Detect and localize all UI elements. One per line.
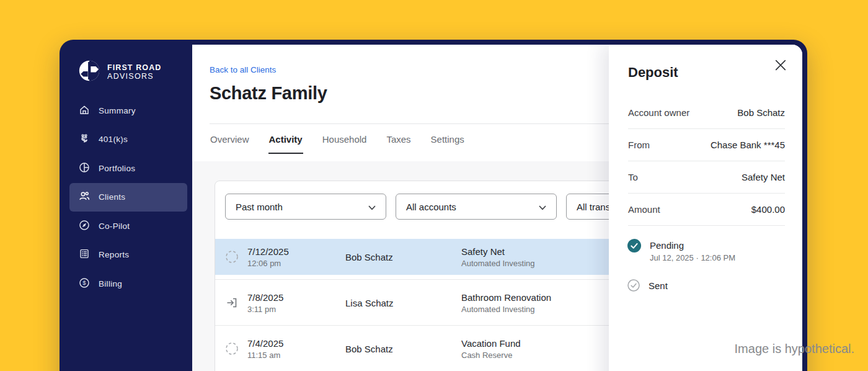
row-fund: Safety Net (461, 246, 535, 257)
row-time: 3:11 pm (247, 304, 283, 313)
check-circle-outline-icon (627, 279, 640, 294)
row-client-name: Bob Schatz (345, 252, 393, 262)
sidebar-item-label: Portfolios (99, 164, 135, 173)
brand-name-line2: ADVISORS (107, 72, 161, 81)
first-road-logo-icon (78, 59, 101, 85)
sidebar-item-reports[interactable]: Reports (69, 241, 187, 270)
svg-text:$: $ (82, 279, 86, 286)
page-title: Schatz Family (210, 83, 327, 104)
tab-settings[interactable]: Settings (430, 124, 465, 154)
field-account-owner: Account owner Bob Schatz (628, 97, 785, 129)
sidebar-item-label: Billing (99, 279, 122, 288)
row-fund: Bathroom Renovation (461, 292, 551, 302)
sidebar-nav: Summary 401(k)s (69, 96, 187, 298)
row-fund: Vacation Fund (461, 337, 521, 348)
close-icon[interactable] (775, 60, 786, 71)
field-value: Safety Net (742, 172, 785, 182)
row-date: 7/12/2025 (247, 246, 289, 257)
sidebar-item-summary[interactable]: Summary (69, 96, 187, 125)
date-range-filter[interactable]: Past month (225, 194, 386, 220)
pending-circle-icon (225, 250, 239, 264)
tab-bar: Overview Activity Household Taxes Settin… (210, 124, 465, 154)
pie-chart-icon (79, 162, 90, 175)
brand-logo: FIRST ROAD ADVISORS (78, 59, 161, 85)
tab-activity[interactable]: Activity (268, 124, 303, 154)
sidebar-item-401ks[interactable]: 401(k)s (69, 125, 187, 154)
tab-taxes[interactable]: Taxes (386, 124, 411, 154)
sidebar-item-clients[interactable]: Clients (69, 183, 187, 212)
row-date: 7/8/2025 (247, 292, 283, 302)
timeline-label: Pending (650, 239, 735, 251)
app-window: FIRST ROAD ADVISORS Summary (60, 40, 807, 371)
field-label: To (628, 172, 638, 182)
timeline-step-pending: Pending Jul 12, 2025 · 12:06 PM (627, 239, 735, 262)
sidebar-item-label: Summary (99, 106, 136, 115)
row-account-type: Automated Investing (461, 304, 551, 313)
row-client-name: Lisa Schatz (345, 297, 394, 308)
field-amount: Amount $400.00 (628, 194, 785, 226)
sidebar: FIRST ROAD ADVISORS Summary (60, 40, 192, 371)
row-account-type: Cash Reserve (461, 350, 521, 359)
accounts-value: All accounts (406, 202, 456, 212)
sidebar-item-label: Clients (99, 192, 125, 202)
accounts-filter[interactable]: All accounts (396, 194, 557, 220)
deposit-detail-panel: Deposit Account owner Bob Schatz From Ch… (609, 45, 802, 371)
report-icon (79, 248, 90, 261)
panel-title: Deposit (628, 65, 678, 81)
timeline-step-sent: Sent (627, 279, 668, 294)
sidebar-item-co-pilot[interactable]: Co-Pilot (69, 212, 187, 241)
field-label: From (628, 140, 650, 150)
tab-overview[interactable]: Overview (210, 124, 250, 154)
sidebar-item-portfolios[interactable]: Portfolios (69, 154, 187, 183)
compass-icon (79, 220, 90, 233)
pending-circle-icon (225, 342, 239, 355)
field-from: From Chase Bank ***45 (628, 129, 785, 161)
field-label: Account owner (628, 107, 689, 118)
row-client-name: Bob Schatz (345, 343, 393, 354)
hypothetical-disclaimer: Image is hypothetical. (735, 342, 854, 356)
field-label: Amount (628, 204, 660, 215)
sidebar-item-billing[interactable]: $ Billing (69, 269, 187, 298)
check-circle-filled-icon (627, 239, 641, 262)
back-to-clients-link[interactable]: Back to all Clients (210, 65, 276, 74)
chevron-down-icon (368, 202, 376, 212)
sidebar-item-label: Co-Pilot (99, 221, 130, 231)
tab-household[interactable]: Household (322, 124, 368, 154)
home-icon (79, 104, 90, 117)
field-value: Chase Bank ***45 (711, 140, 785, 150)
row-time: 11:15 am (247, 350, 283, 359)
deposit-fields: Account owner Bob Schatz From Chase Bank… (628, 97, 785, 226)
date-range-value: Past month (236, 202, 283, 212)
deposit-in-icon (225, 296, 239, 310)
people-icon (79, 190, 90, 203)
row-account-type: Automated Investing (461, 259, 535, 268)
field-value: $400.00 (751, 204, 785, 215)
transactions-value: All trans (577, 202, 610, 212)
sidebar-item-label: 401(k)s (99, 135, 128, 144)
row-time: 12:06 pm (247, 259, 289, 268)
chevron-down-icon (539, 202, 546, 212)
row-date: 7/4/2025 (247, 337, 283, 348)
dollar-icon: $ (79, 277, 90, 290)
desktop-background: FIRST ROAD ADVISORS Summary (0, 0, 868, 371)
timeline-label: Sent (649, 279, 668, 291)
field-value: Bob Schatz (737, 107, 785, 118)
brand-name-line1: FIRST ROAD (107, 63, 161, 72)
timeline-timestamp: Jul 12, 2025 · 12:06 PM (650, 253, 735, 262)
field-to: To Safety Net (628, 161, 785, 194)
sidebar-item-label: Reports (99, 250, 129, 259)
flower-icon (79, 133, 90, 146)
